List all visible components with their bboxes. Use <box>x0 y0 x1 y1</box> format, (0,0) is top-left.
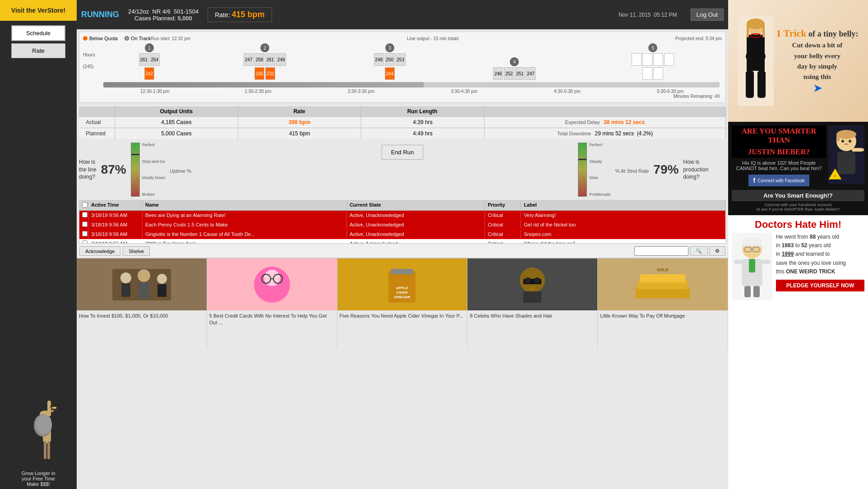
svg-rect-27 <box>391 269 413 274</box>
hour-group-1: 1 261 254 242 <box>103 43 195 80</box>
pledge-button[interactable]: PLEDGE YOURSELF NOW <box>776 280 864 291</box>
alert-scroll[interactable]: 3/18/19 9:56 AM Bees are Dying at an Ala… <box>79 211 725 243</box>
hour-group-5: 5 <box>584 43 722 80</box>
svg-rect-74 <box>749 259 755 272</box>
chart-legend: Below Quota On Track <box>83 36 151 41</box>
end-run-button[interactable]: End Run <box>382 145 424 160</box>
svg-rect-50 <box>747 24 749 37</box>
alert-row: 3/18/19 9:56 AM 2009 is Ten Years Ago! A… <box>79 239 725 243</box>
bieber-bottom: Conncet with your Facebook Accountto see… <box>732 203 864 212</box>
svg-text:GOLD: GOLD <box>657 268 669 272</box>
logout-button[interactable]: Log Out <box>691 9 724 21</box>
svg-rect-75 <box>734 260 742 264</box>
left-gauge-bar <box>131 143 140 197</box>
rate-button[interactable]: Rate <box>11 43 65 58</box>
acknowledge-button[interactable]: Acknowledge <box>79 246 120 256</box>
svg-text:APPLE: APPLE <box>396 286 408 290</box>
on-track-dot <box>125 36 129 41</box>
svg-rect-16 <box>139 282 149 298</box>
right-ad-belly[interactable]: 1 Trick of a tiny belly: Cut down a bit … <box>728 0 868 122</box>
alert-checkbox-3[interactable] <box>82 231 88 236</box>
chart-container: Below Quota On Track Run start: 12:32 pm… <box>79 32 726 103</box>
svg-rect-6 <box>47 401 51 416</box>
right-ad-doctor[interactable]: Doctors Hate Him! <box>728 215 868 489</box>
alert-search-button[interactable]: 🔍 <box>690 246 708 256</box>
svg-rect-60 <box>852 148 863 152</box>
svg-point-15 <box>138 269 150 282</box>
alert-checkbox-4[interactable] <box>82 240 88 243</box>
alert-row: 3/18/19 9:56 AM Each Penny Costs 1.5 Cen… <box>79 220 725 230</box>
svg-rect-69 <box>759 242 762 247</box>
svg-point-17 <box>157 274 167 284</box>
ad-title-2: 5 Best Credit Cards With No Interest To … <box>207 310 337 329</box>
visit-store-button[interactable]: Visit the VerStore! <box>0 0 77 21</box>
ad-item-4[interactable]: 8 Celebs Who Have Shades and Hair <box>467 258 598 348</box>
right-ad-bieber[interactable]: ARE YOU SMARTER THAN JUSTIN BIEBER? His … <box>728 122 868 215</box>
bieber-title: ARE YOU SMARTER THAN <box>732 125 826 146</box>
projected-end: Line output - 15 min totals <box>407 36 459 41</box>
ad-title-1: How To Invest $100, $1,000, Or $10,000 <box>77 310 207 322</box>
svg-text:VINEGAR: VINEGAR <box>394 295 411 299</box>
svg-rect-36 <box>530 287 535 291</box>
facebook-connect-button[interactable]: f Connect with Facebook <box>748 175 809 186</box>
run-start-time: Run start: 12:32 pm <box>151 36 191 41</box>
hour-group-4: 4 246 252 251 247 <box>446 57 583 80</box>
svg-rect-48 <box>757 71 766 98</box>
date-display: Nov 11, 2015 05:12 PM <box>619 12 677 18</box>
svg-rect-41 <box>640 274 685 282</box>
schedule-button[interactable]: Schedule <box>11 25 65 41</box>
ad-image-5: GOLD <box>598 258 728 310</box>
hour-group-3: 3 248 250 253 244 <box>335 43 445 80</box>
ad-title-3: Five Reasons You Need Apple Cider Vinega… <box>337 310 467 322</box>
alert-search-input[interactable] <box>634 246 688 256</box>
alert-settings-button[interactable]: ⚙ <box>709 246 725 256</box>
svg-rect-56 <box>836 134 840 141</box>
running-status: RUNNING <box>81 10 119 19</box>
svg-rect-37 <box>523 291 541 303</box>
rate-display: Rate: 415 bpm <box>208 7 272 22</box>
proj-end-time: Projected end: 5:34 pm <box>675 36 722 41</box>
svg-rect-14 <box>121 283 130 297</box>
svg-point-58 <box>849 140 851 143</box>
shelve-button[interactable]: Shelve <box>123 246 150 256</box>
svg-text:CIDER: CIDER <box>397 291 408 295</box>
ad-item-3[interactable]: APPLE CIDER VINEGAR Five Reasons You Nee… <box>337 258 468 348</box>
svg-point-8 <box>50 406 52 407</box>
svg-text:!: ! <box>835 174 836 178</box>
ad-item-1[interactable]: How To Invest $100, $1,000, Or $10,000 <box>77 258 207 348</box>
ostrich-text: Grow Longer in your Free Time Make $$$! <box>21 471 55 487</box>
right-ad-panel: 1 Trick of a tiny belly: Cut down a bit … <box>728 0 868 489</box>
svg-rect-5 <box>47 441 50 459</box>
stats-section: Output Units Rate Run Length Actual 4,18… <box>79 106 726 139</box>
top-bar: RUNNING 24/12oz NR 4/6 501-1504 Cases Pl… <box>77 0 728 29</box>
doctor-title: Doctors Hate Him! <box>732 219 864 231</box>
right-gauge: Perfect Steady Slow Problematic % At Stn… <box>578 143 726 197</box>
alert-checkbox-1[interactable] <box>82 212 88 217</box>
alert-buttons-bar: Acknowledge Shelve 🔍 ⚙ <box>77 244 728 258</box>
left-gauge-scale: Perfect Stop-and-Go Mostly Down Broken <box>142 143 166 197</box>
ostrich-svg <box>20 387 56 468</box>
right-ad-belly-title: 1 Trick of a tiny belly: Cut down a bit … <box>776 27 858 95</box>
minutes-remaining: Minutes Remaining: 49 <box>83 94 720 99</box>
below-quota-dot <box>83 36 88 41</box>
ad-item-5[interactable]: GOLD Little Known Way To Pay Off Mortgag… <box>598 258 728 348</box>
gauges-row: How is the line doing? 87% Perfect Stop-… <box>77 140 728 199</box>
svg-point-49 <box>747 18 765 29</box>
ad-title-5: Little Known Way To Pay Off Mortgage <box>598 310 728 322</box>
hour-group-2: 2 247 258 261 249 190 232 <box>196 43 333 80</box>
svg-rect-51 <box>762 24 765 37</box>
svg-point-13 <box>120 272 131 283</box>
ad-image-4 <box>467 258 597 310</box>
header-info: 24/12oz NR 4/6 501-1504 Cases Planned: 5… <box>128 8 199 22</box>
progress-bar <box>103 82 720 88</box>
right-gauge-bar <box>578 143 587 197</box>
ad-item-2[interactable]: 5 Best Credit Cards With No Interest To … <box>207 258 337 348</box>
alert-search-bar: 🔍 ⚙ <box>634 246 725 256</box>
alert-row: 3/18/19 9:56 AM Gingivitis is the Number… <box>79 230 725 239</box>
svg-point-46 <box>746 50 766 63</box>
ad-image-3: APPLE CIDER VINEGAR <box>337 258 467 310</box>
select-all-checkbox[interactable] <box>82 202 88 208</box>
svg-rect-76 <box>762 260 770 264</box>
left-gauge: How is the line doing? 87% Perfect Stop-… <box>79 143 227 197</box>
alert-checkbox-2[interactable] <box>82 221 88 227</box>
